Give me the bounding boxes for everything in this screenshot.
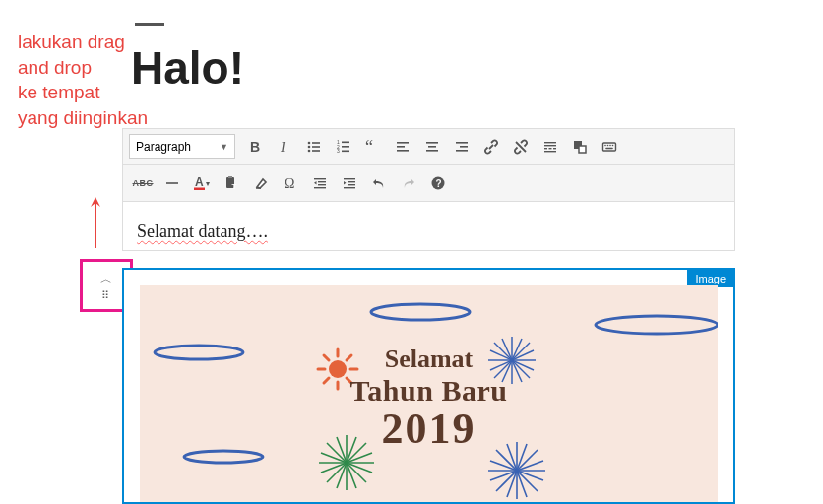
chevron-down-icon: ▼ [220, 142, 228, 152]
text-color-button[interactable]: A▾ [188, 169, 216, 197]
annotation-line: yang diinginkan [18, 107, 148, 128]
clear-formatting-button[interactable] [247, 169, 275, 197]
svg-rect-9 [342, 142, 349, 144]
cloud-icon [588, 313, 718, 337]
svg-text:I: I [280, 140, 286, 155]
svg-rect-19 [428, 146, 436, 148]
text-editor: Paragraph ▼ B I 123 “ ABC A▾ T Ω ? Selam… [122, 128, 735, 251]
svg-rect-53 [348, 184, 355, 185]
annotation-text: lakukan drag and drop ke tempat yang dii… [18, 30, 148, 131]
numbered-list-button[interactable]: 123 [330, 133, 357, 160]
special-character-button[interactable]: Ω [277, 169, 304, 197]
svg-point-4 [308, 146, 311, 149]
svg-rect-27 [544, 148, 547, 149]
align-left-button[interactable] [389, 133, 416, 160]
svg-rect-15 [397, 142, 409, 144]
svg-rect-28 [549, 148, 552, 149]
insert-more-button[interactable] [537, 133, 564, 160]
toolbar-row-1: Paragraph ▼ B I 123 “ [123, 129, 734, 165]
indent-button[interactable] [336, 169, 363, 197]
svg-rect-13 [342, 151, 349, 153]
svg-point-2 [308, 142, 311, 145]
greeting-line-2: Tahun Baru [301, 374, 557, 408]
format-select-label: Paragraph [136, 140, 191, 154]
svg-rect-20 [426, 150, 438, 152]
svg-rect-16 [397, 146, 405, 148]
svg-point-58 [371, 304, 470, 320]
svg-rect-44 [228, 176, 232, 178]
svg-rect-18 [426, 142, 438, 144]
annotation-line: lakukan drag [18, 32, 125, 52]
content-text: Selamat datang…. [137, 221, 268, 241]
grip-dots-icon: ⠿ [101, 292, 111, 299]
svg-rect-30 [544, 151, 556, 152]
link-button[interactable] [477, 133, 505, 160]
svg-text:3: 3 [337, 148, 340, 154]
svg-text:“: “ [365, 139, 373, 155]
cloud-icon [366, 301, 475, 323]
editor-content[interactable]: Selamat datang…. [123, 202, 734, 250]
cloud-icon [150, 343, 248, 362]
undo-button[interactable] [365, 169, 393, 197]
blockquote-button[interactable]: “ [359, 133, 387, 160]
chevron-up-icon: ︿ [100, 273, 112, 284]
svg-point-60 [596, 316, 718, 334]
svg-rect-52 [348, 181, 355, 182]
svg-point-59 [155, 346, 243, 359]
svg-rect-50 [314, 187, 326, 188]
bold-button[interactable]: B [241, 133, 269, 160]
svg-rect-39 [166, 182, 178, 184]
svg-rect-25 [544, 142, 556, 143]
image-block[interactable]: Image Selamat Tahun Baru 2019 [122, 268, 735, 504]
greeting-text: Selamat Tahun Baru 2019 [301, 345, 557, 454]
svg-text:▾: ▾ [206, 179, 210, 188]
image-content: Selamat Tahun Baru 2019 [140, 285, 718, 504]
svg-rect-21 [456, 142, 468, 144]
toolbar-row-2: ABC A▾ T Ω ? [123, 165, 734, 202]
svg-line-24 [516, 142, 526, 152]
svg-text:B: B [250, 139, 260, 155]
svg-rect-26 [544, 145, 556, 146]
svg-text:Ω: Ω [285, 176, 294, 191]
svg-rect-47 [314, 178, 326, 179]
italic-button[interactable]: I [271, 133, 298, 160]
unlink-button[interactable] [507, 133, 535, 160]
svg-point-61 [184, 451, 263, 463]
svg-rect-32 [579, 146, 586, 153]
keyboard-button[interactable] [596, 133, 623, 160]
bulleted-list-button[interactable] [300, 133, 328, 160]
arrow-up-icon [87, 195, 104, 254]
svg-text:T: T [232, 182, 237, 191]
toolbar-toggle-button[interactable] [566, 133, 594, 160]
svg-rect-11 [342, 146, 349, 148]
outdent-button[interactable] [306, 169, 334, 197]
svg-rect-48 [318, 181, 326, 182]
svg-point-6 [308, 150, 311, 153]
annotation-line: ke tempat [18, 82, 99, 102]
svg-rect-54 [344, 187, 355, 188]
strikethrough-button[interactable]: ABC [129, 169, 157, 197]
format-select[interactable]: Paragraph ▼ [129, 134, 235, 159]
svg-rect-49 [318, 184, 326, 185]
svg-rect-33 [603, 143, 616, 151]
svg-rect-29 [553, 148, 556, 149]
horizontal-rule-button[interactable] [158, 169, 186, 197]
help-button[interactable]: ? [424, 169, 452, 197]
page-title[interactable]: Halo! [131, 41, 244, 94]
svg-rect-17 [397, 150, 409, 152]
cloud-icon [179, 448, 268, 466]
svg-rect-3 [312, 142, 320, 144]
align-center-button[interactable] [418, 133, 446, 160]
svg-rect-7 [312, 150, 320, 152]
align-right-button[interactable] [448, 133, 475, 160]
svg-text:?: ? [436, 178, 442, 189]
svg-rect-5 [312, 146, 320, 148]
svg-rect-23 [456, 150, 468, 152]
annotation-line: and drop [18, 57, 92, 78]
svg-rect-41 [194, 188, 205, 191]
title-handle [135, 23, 164, 26]
paste-text-button[interactable]: T [218, 169, 245, 197]
greeting-line-3: 2019 [301, 404, 557, 454]
svg-rect-51 [344, 178, 355, 179]
redo-button[interactable] [395, 169, 422, 197]
